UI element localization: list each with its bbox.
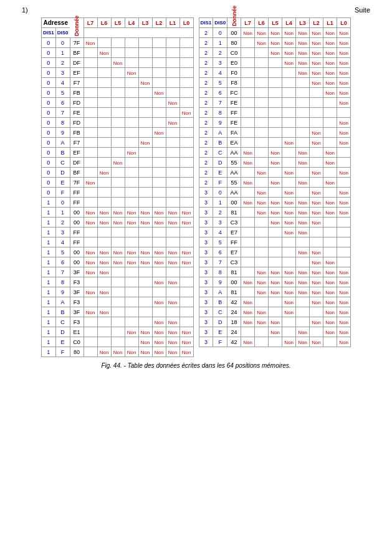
table-row: 3281NonNonNonNonNonNonNon — [199, 208, 351, 218]
bit-cell — [152, 287, 166, 297]
bit-cell — [282, 78, 296, 88]
bit-cell — [323, 138, 337, 148]
bit-cell — [111, 188, 125, 198]
bit-cell — [323, 118, 337, 128]
bit-cell: Non — [296, 277, 310, 287]
bit-cell — [241, 237, 255, 247]
dis0-cell: 0 — [55, 198, 70, 208]
bit-cell: Non — [310, 287, 323, 297]
dis0-cell: 6 — [213, 88, 227, 98]
bit-cell — [152, 58, 166, 68]
dis0-cell: C — [213, 148, 227, 158]
table-row: 3D18NonNonNonNonNonNon — [199, 317, 351, 327]
bit-cell — [241, 247, 255, 257]
bit-cell: Non — [179, 327, 193, 337]
bit-cell — [282, 118, 296, 128]
bit-cell — [84, 228, 97, 237]
donnee-cell: FF — [70, 198, 84, 208]
bit-cell — [84, 98, 97, 108]
bit-cell — [241, 168, 255, 178]
bit-cell — [179, 317, 193, 327]
bit-cell: Non — [138, 247, 152, 257]
bit-cell — [138, 118, 152, 128]
bit-cell: Non — [269, 148, 282, 158]
bit-cell: Non — [337, 138, 351, 148]
bit-cell — [125, 267, 138, 277]
bit-cell — [138, 317, 152, 327]
bit-cell: Non — [337, 68, 351, 78]
bit-cell: Non — [166, 317, 179, 327]
dis1-cell: 3 — [199, 307, 213, 317]
l3-header-1: L3 — [138, 18, 152, 28]
dis0-cell: 4 — [213, 228, 227, 237]
bit-cell: Non — [323, 48, 337, 58]
bit-cell: Non — [310, 257, 323, 267]
title1: 1) — [22, 6, 28, 14]
bit-cell: Non — [269, 208, 282, 218]
bit-cell — [241, 88, 255, 98]
donnee-cell: F7 — [70, 138, 84, 148]
bit-cell — [323, 108, 337, 118]
bit-cell — [125, 118, 138, 128]
bit-cell — [152, 38, 166, 48]
bit-cell — [323, 128, 337, 138]
table-row: 0BEFNon — [41, 148, 193, 158]
bit-cell: Non — [296, 38, 310, 48]
bit-cell — [296, 108, 310, 118]
bit-cell: Non — [152, 337, 166, 347]
bit-cell: Non — [282, 307, 296, 317]
donnee-cell: 7F — [70, 38, 84, 48]
bit-cell — [241, 138, 255, 148]
bit-cell: Non — [282, 198, 296, 208]
donnee-cell: F8 — [227, 78, 241, 88]
bit-cell — [152, 98, 166, 108]
bit-cell — [125, 178, 138, 188]
bit-cell: Non — [166, 257, 179, 267]
bit-cell: Non — [269, 28, 282, 38]
bit-cell — [125, 58, 138, 68]
dis1-cell: 3 — [199, 247, 213, 257]
dis1-cell: 0 — [41, 138, 55, 148]
bit-cell: Non — [296, 228, 310, 237]
bit-cell — [255, 128, 269, 138]
donnee-cell: FB — [70, 128, 84, 138]
bit-cell: Non — [255, 277, 269, 287]
bit-cell — [255, 237, 269, 247]
bit-cell — [166, 48, 179, 58]
dis0-cell: 4 — [55, 78, 70, 88]
donnee-cell: 3F — [70, 307, 84, 317]
dis1-cell: 0 — [41, 188, 55, 198]
table-row: 03EFNon — [41, 68, 193, 78]
bit-cell: Non — [152, 218, 166, 228]
table-row: 33C3NonNonNonNon — [199, 218, 351, 228]
bit-cell: Non — [97, 257, 111, 267]
bit-cell: Non — [152, 347, 166, 357]
donnee-cell: 24 — [227, 307, 241, 317]
table-row: 10FF — [41, 198, 193, 208]
bit-cell: Non — [323, 267, 337, 277]
donnee-cell: 00 — [70, 208, 84, 218]
dis0-cell: 2 — [213, 208, 227, 218]
bit-cell: Non — [269, 218, 282, 228]
bit-cell: Non — [323, 158, 337, 168]
dis0-cell: 7 — [213, 257, 227, 267]
donnee-cell: E0 — [227, 58, 241, 68]
bit-cell: Non — [111, 218, 125, 228]
bit-cell: Non — [337, 317, 351, 327]
dis1-cell: 2 — [199, 38, 213, 48]
table-row: 1500NonNonNonNonNonNonNonNon — [41, 247, 193, 257]
bit-cell — [310, 228, 323, 237]
bit-cell — [111, 128, 125, 138]
bit-cell — [152, 108, 166, 118]
bit-cell: Non — [138, 138, 152, 148]
bit-cell — [269, 58, 282, 68]
bit-cell — [269, 118, 282, 128]
bit-cell — [241, 208, 255, 218]
table-row: 26FCNonNon — [199, 88, 351, 98]
table-row: 3A81NonNonNonNonNonNonNon — [199, 287, 351, 297]
l6-header-2: L6 — [255, 18, 269, 28]
bit-cell: Non — [337, 168, 351, 178]
bit-cell: Non — [84, 257, 97, 267]
dis1-cell: 0 — [41, 178, 55, 188]
bit-cell — [166, 78, 179, 88]
